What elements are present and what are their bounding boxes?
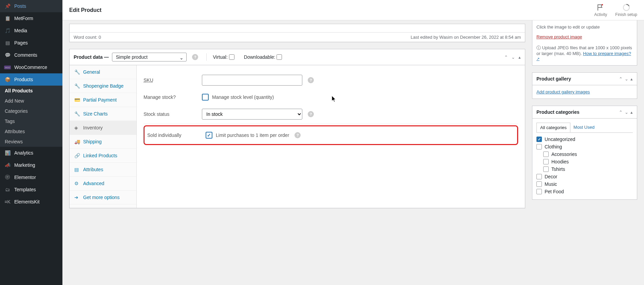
downloadable-checkbox[interactable] bbox=[277, 54, 282, 60]
manage-stock-checkbox[interactable] bbox=[202, 94, 209, 101]
cat-checkbox[interactable] bbox=[536, 144, 542, 149]
sidebar-item-pages[interactable]: ▤Pages bbox=[0, 37, 62, 49]
cat-item[interactable]: Uncategorized bbox=[536, 136, 633, 143]
cat-checkbox[interactable] bbox=[536, 137, 542, 142]
cat-item[interactable]: Clothing bbox=[536, 143, 633, 150]
help-icon[interactable]: ? bbox=[308, 111, 314, 117]
page-title: Edit Product bbox=[69, 7, 101, 13]
chevron-down-icon: ⌄ bbox=[179, 55, 184, 60]
form-icon: 📋 bbox=[4, 15, 11, 22]
cat-tab-most-used[interactable]: Most Used bbox=[570, 123, 598, 132]
link-icon: 🔗 bbox=[74, 153, 80, 158]
wrench-icon: 🔧 bbox=[74, 111, 80, 117]
cat-checkbox[interactable] bbox=[536, 181, 542, 187]
tab-linked-products[interactable]: 🔗Linked Products bbox=[70, 149, 136, 163]
editor-box: Word count: 0 Last edited by Wasim on De… bbox=[69, 24, 525, 42]
product-categories-title: Product categories bbox=[536, 109, 619, 115]
cat-item[interactable]: Tshirts bbox=[543, 165, 633, 173]
help-icon[interactable]: ? bbox=[192, 54, 198, 60]
submenu-attributes[interactable]: Attributes bbox=[0, 126, 62, 137]
word-count: Word count: 0 bbox=[74, 35, 101, 40]
comment-icon: 💬 bbox=[4, 52, 11, 58]
product-categories-box: Product categories ⌃ ⌄ ▴ All categories … bbox=[532, 106, 637, 200]
cat-checkbox[interactable] bbox=[536, 189, 542, 194]
submenu-tags[interactable]: Tags bbox=[0, 116, 62, 126]
sidebar-item-woocommerce[interactable]: wooWooCommerce bbox=[0, 61, 62, 73]
add-gallery-images-link[interactable]: Add product gallery images bbox=[536, 89, 590, 94]
submenu-all-products[interactable]: All Products bbox=[0, 86, 62, 96]
finish-setup-button[interactable]: Finish setup bbox=[615, 3, 637, 17]
panel-toggle-icon[interactable]: ▴ bbox=[630, 76, 633, 82]
panel-toggle-icon[interactable]: ▴ bbox=[518, 55, 521, 60]
activity-button[interactable]: Activity bbox=[594, 3, 607, 17]
inventory-panel: SKU ? Manage stock? Manage st bbox=[137, 65, 525, 208]
tab-attributes[interactable]: ▤Attributes bbox=[70, 163, 136, 177]
cat-item[interactable]: Music bbox=[536, 180, 633, 188]
sidebar-item-marketing[interactable]: 📣Marketing bbox=[0, 159, 62, 171]
panel-down-icon[interactable]: ⌄ bbox=[511, 55, 515, 60]
category-list[interactable]: Uncategorized Clothing Accessories Hoodi… bbox=[536, 136, 633, 195]
ekit-icon: ≡K bbox=[4, 198, 11, 205]
remove-product-image-link[interactable]: Remove product image bbox=[536, 34, 582, 39]
cat-item[interactable]: Hoodies bbox=[543, 158, 633, 165]
sku-input[interactable] bbox=[202, 75, 302, 86]
last-edited: Last edited by Wasim on December 26, 202… bbox=[411, 35, 521, 40]
stock-status-select[interactable]: In stock bbox=[202, 109, 302, 120]
submenu-categories[interactable]: Categories bbox=[0, 106, 62, 116]
tab-size-charts[interactable]: 🔧Size Charts bbox=[70, 107, 136, 121]
cat-item[interactable]: Accessories bbox=[543, 150, 633, 158]
manage-stock-label: Manage stock? bbox=[144, 94, 202, 100]
tab-general[interactable]: 🔧General bbox=[70, 65, 136, 79]
cat-checkbox[interactable] bbox=[543, 159, 549, 164]
submenu-reviews[interactable]: Reviews bbox=[0, 137, 62, 147]
cog-icon: ⚙ bbox=[74, 181, 80, 186]
panel-up-icon[interactable]: ⌃ bbox=[504, 55, 508, 60]
cat-item[interactable]: Pet Food bbox=[536, 188, 633, 195]
tab-shipping[interactable]: 🚚Shipping bbox=[70, 135, 136, 149]
product-data-box: Product data — Simple product ⌄ ? Virtua… bbox=[69, 49, 525, 208]
templates-icon: 🗂 bbox=[4, 186, 11, 193]
tab-inventory[interactable]: ◈Inventory bbox=[70, 121, 136, 135]
virtual-checkbox[interactable] bbox=[229, 54, 234, 60]
products-submenu: All Products Add New Categories Tags Att… bbox=[0, 86, 62, 147]
external-link-icon: ↗ bbox=[536, 57, 539, 61]
tab-get-more[interactable]: ➜Get more options bbox=[70, 191, 136, 204]
panel-down-icon[interactable]: ⌄ bbox=[625, 110, 628, 115]
cat-item[interactable]: Decor bbox=[536, 173, 633, 180]
panel-down-icon[interactable]: ⌄ bbox=[625, 76, 628, 82]
panel-toggle-icon[interactable]: ▴ bbox=[630, 110, 633, 115]
archive-icon: 📦 bbox=[4, 76, 11, 83]
stock-status-label: Stock status bbox=[144, 111, 202, 117]
sidebar-item-comments[interactable]: 💬Comments bbox=[0, 49, 62, 61]
sold-individually-highlight: Sold individually Limit purchases to 1 i… bbox=[144, 125, 518, 145]
virtual-checkbox-label[interactable]: Virtual: bbox=[213, 54, 234, 60]
sidebar-item-analytics[interactable]: 📊Analytics bbox=[0, 147, 62, 159]
sidebar-item-elementskit[interactable]: ≡KElementsKit bbox=[0, 196, 62, 208]
panel-up-icon[interactable]: ⌃ bbox=[619, 110, 623, 115]
sidebar-item-products[interactable]: 📦Products bbox=[0, 73, 62, 86]
wrench-icon: 🔧 bbox=[74, 69, 80, 75]
sold-individually-label: Sold individually bbox=[147, 132, 206, 138]
panel-up-icon[interactable]: ⌃ bbox=[619, 76, 623, 82]
help-icon[interactable]: ? bbox=[295, 132, 301, 138]
help-icon[interactable]: ? bbox=[308, 77, 314, 83]
cat-checkbox[interactable] bbox=[543, 152, 549, 157]
sidebar-item-elementor[interactable]: ⓔElementor bbox=[0, 171, 62, 183]
downloadable-checkbox-label[interactable]: Downloadable: bbox=[244, 54, 282, 60]
cat-tab-all[interactable]: All categories bbox=[536, 123, 570, 132]
sidebar-item-media[interactable]: 🎵Media bbox=[0, 24, 62, 37]
woo-icon: woo bbox=[4, 64, 11, 71]
sidebar-item-templates[interactable]: 🗂Templates bbox=[0, 183, 62, 196]
tab-partial-payment[interactable]: 💳Partial Payment bbox=[70, 93, 136, 107]
sold-individually-checkbox[interactable] bbox=[206, 132, 212, 139]
submenu-add-new[interactable]: Add New bbox=[0, 96, 62, 106]
tab-shopengine-badge[interactable]: 🔧Shopengine Badge bbox=[70, 79, 136, 93]
pages-icon: ▤ bbox=[4, 39, 11, 46]
cat-checkbox[interactable] bbox=[536, 174, 542, 179]
product-type-select[interactable]: Simple product ⌄ bbox=[112, 53, 187, 61]
sidebar-item-metform[interactable]: 📋MetForm bbox=[0, 12, 62, 24]
sidebar-item-posts[interactable]: 📌Posts bbox=[0, 0, 62, 12]
tab-advanced[interactable]: ⚙Advanced bbox=[70, 177, 136, 191]
cat-checkbox[interactable] bbox=[543, 166, 549, 172]
card-icon: 💳 bbox=[74, 97, 80, 103]
